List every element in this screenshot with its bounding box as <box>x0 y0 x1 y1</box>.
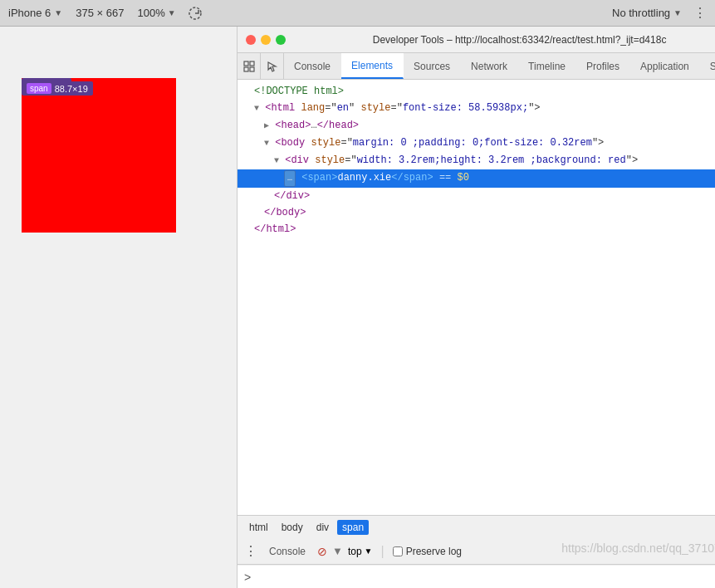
red-box-preview <box>22 78 176 233</box>
divider: | <box>381 544 384 559</box>
maximize-button[interactable] <box>276 35 286 45</box>
triangle-icon[interactable]: ▶ <box>264 121 269 130</box>
tab-elements[interactable]: Elements <box>341 53 404 79</box>
code-html-close: </html> <box>238 221 715 238</box>
code-body-open[interactable]: ▼ <body style="margin: 0 ;padding: 0;fon… <box>238 135 715 152</box>
code-html-open[interactable]: ▼ <html lang="en" style="font-size: 58.5… <box>238 100 715 117</box>
zoom-selector[interactable]: 100% ▼ <box>137 7 175 19</box>
console-input-area: > <box>238 565 715 588</box>
filter-icon[interactable]: ▼ <box>332 545 343 557</box>
device-name: iPhone 6 <box>8 7 51 19</box>
tooltip-size: 88.7×19 <box>55 84 88 94</box>
console-tab-btn[interactable]: Console <box>262 544 312 559</box>
code-head[interactable]: ▶ <head>…</head> <box>238 117 715 135</box>
breadcrumb-div[interactable]: div <box>311 520 334 535</box>
tab-profiles[interactable]: Profiles <box>576 53 630 79</box>
elements-panel: <!DOCTYPE html> ▼ <html lang="en" style=… <box>238 80 715 515</box>
tab-network[interactable]: Network <box>461 53 518 79</box>
console-prompt-icon: > <box>244 571 251 584</box>
code-div-open[interactable]: ▼ <div style="width: 3.2rem;height: 3.2r… <box>238 152 715 169</box>
breadcrumb-body[interactable]: body <box>277 520 308 535</box>
device-selector[interactable]: iPhone 6 ▼ <box>8 7 62 19</box>
devtools-panel: Developer Tools – http://localhost:63342… <box>237 27 715 588</box>
top-chevron-icon: ▼ <box>365 546 373 556</box>
zoom-chevron-icon: ▼ <box>168 8 176 17</box>
tab-application[interactable]: Application <box>630 53 700 79</box>
code-div-close: </div> <box>238 188 715 204</box>
element-tooltip: span 88.7×19 <box>22 81 93 96</box>
code-span-highlighted[interactable]: … <span>danny.xie</span> == $0 <box>238 169 715 188</box>
svg-rect-4 <box>250 67 254 71</box>
svg-rect-1 <box>244 61 248 66</box>
preserve-log-option[interactable]: Preserve log <box>393 546 462 557</box>
svg-rect-3 <box>244 67 248 71</box>
breadcrumb-bar: html body div span <box>238 515 715 538</box>
tab-timeline[interactable]: Timeline <box>518 53 576 79</box>
top-selector[interactable]: top ▼ <box>348 546 373 557</box>
code-doctype: <!DOCTYPE html> <box>238 83 715 100</box>
console-menu-icon[interactable]: ⋮ <box>244 543 257 559</box>
dimensions-label: 375 × 667 <box>76 7 124 19</box>
breadcrumb-html[interactable]: html <box>244 520 273 535</box>
main-area: danny.xie span 88.7×19 Developer Tools –… <box>0 27 715 588</box>
cursor-icon[interactable] <box>261 53 284 79</box>
preserve-log-checkbox[interactable] <box>393 546 403 556</box>
zoom-level: 100% <box>137 7 164 19</box>
devtools-tabs: Console Elements Sources Network Timelin… <box>238 53 715 80</box>
block-icon[interactable]: ⊘ <box>317 545 327 558</box>
devtools-title: Developer Tools – http://localhost:63342… <box>291 34 715 46</box>
tab-sources[interactable]: Sources <box>404 53 461 79</box>
svg-rect-2 <box>250 61 254 66</box>
triangle-icon[interactable]: ▼ <box>254 104 259 113</box>
inspect-icon[interactable] <box>238 53 261 79</box>
breadcrumb-span[interactable]: span <box>337 520 369 535</box>
rotate-icon[interactable] <box>188 6 203 21</box>
minimize-button[interactable] <box>261 35 271 45</box>
throttle-label: No throttling <box>612 7 670 19</box>
throttle-chevron-icon: ▼ <box>673 8 682 17</box>
tooltip-tag: span <box>27 83 51 94</box>
triangle-icon[interactable]: ▼ <box>264 139 269 148</box>
watermark: https://blog.csdn.net/qq_37107603 <box>561 541 715 555</box>
kebab-menu-icon[interactable]: ⋮ <box>693 5 707 21</box>
throttle-selector[interactable]: No throttling ▼ <box>612 7 682 19</box>
svg-marker-5 <box>268 62 276 71</box>
ellipsis-btn[interactable]: … <box>284 170 296 187</box>
browser-chrome: iPhone 6 ▼ 375 × 667 100% ▼ No throttlin… <box>0 0 715 27</box>
code-body-close: </body> <box>238 204 715 221</box>
close-button[interactable] <box>246 35 256 45</box>
tab-console[interactable]: Console <box>284 53 341 79</box>
triangle-icon[interactable]: ▼ <box>274 156 279 165</box>
preview-panel: danny.xie span 88.7×19 <box>0 27 237 588</box>
devtools-titlebar: Developer Tools – http://localhost:63342… <box>238 27 715 53</box>
tab-security[interactable]: Security <box>700 53 715 79</box>
device-chevron-icon: ▼ <box>54 8 62 17</box>
